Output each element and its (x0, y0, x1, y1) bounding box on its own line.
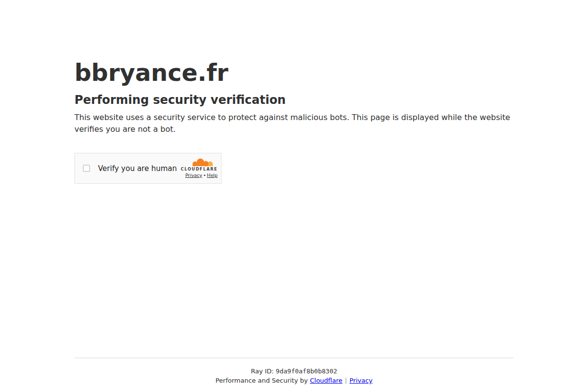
cloudflare-cloud-icon (189, 158, 216, 167)
cloudflare-wordmark: CLOUDFLARE (181, 167, 218, 172)
challenge-description: This website uses a security service to … (74, 112, 514, 135)
ray-id-value: 9da9f0af8b0b8302 (276, 368, 337, 375)
widget-privacy-link[interactable]: Privacy (185, 172, 202, 178)
verify-checkbox[interactable] (83, 165, 90, 172)
pipe-separator: | (345, 377, 347, 384)
content-column: bbryance.fr Performing security verifica… (74, 59, 514, 184)
dot-separator: • (203, 172, 206, 178)
footer-cloudflare-link[interactable]: Cloudflare (310, 377, 342, 384)
cloudflare-brand-block: CLOUDFLARE Privacy•Help (181, 158, 218, 178)
performance-line: Performance and Security by Cloudflare|P… (74, 377, 514, 385)
footer-privacy-link[interactable]: Privacy (349, 377, 372, 384)
widget-links: Privacy•Help (185, 172, 218, 178)
widget-help-link[interactable]: Help (207, 172, 218, 178)
verify-label: Verify you are human (98, 164, 177, 173)
security-verification-heading: Performing security verification (74, 93, 514, 107)
ray-id-label: Ray ID: (251, 368, 274, 375)
turnstile-widget: Verify you are human CLOUDFLARE Privacy•… (74, 153, 221, 184)
page-title: bbryance.fr (74, 59, 514, 86)
performance-text: Performance and Security by (216, 377, 308, 384)
footer: Ray ID: 9da9f0af8b0b8302 Performance and… (74, 358, 514, 385)
ray-id-line: Ray ID: 9da9f0af8b0b8302 (74, 368, 514, 375)
